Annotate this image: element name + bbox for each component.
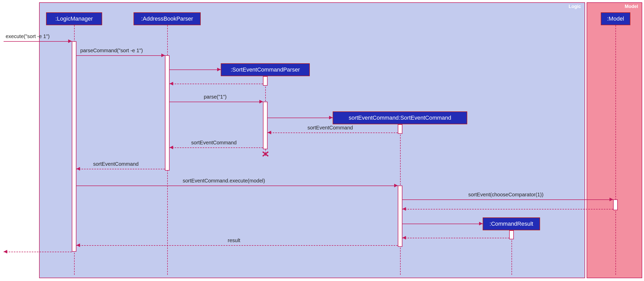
msg-label-m5: sortEventCommand — [191, 140, 237, 146]
msg-line-m8 — [402, 199, 613, 200]
msg-line-return-model — [402, 209, 613, 209]
msg-line-m2 — [76, 55, 165, 56]
participant-model: :Model — [601, 12, 630, 25]
arrow-m3 — [259, 100, 263, 103]
msg-label-m6: sortEventCommand — [93, 161, 139, 167]
participant-sort-event-command: sortEventCommand:SortEventCommand — [333, 111, 467, 124]
frame-label-logic: Logic — [565, 3, 585, 10]
arrow-final-return — [4, 250, 7, 253]
msg-label-m2: parseCommand("sort -e 1") — [80, 48, 143, 54]
arrow-create-cr — [479, 222, 483, 225]
arrow-m2 — [161, 54, 165, 57]
msg-line-create-sec — [268, 118, 333, 118]
arrow-m6 — [76, 167, 80, 171]
msg-line-m3 — [170, 102, 263, 102]
arrow-create-sec — [329, 116, 333, 119]
arrow-m5 — [170, 146, 173, 149]
arrow-m1 — [68, 39, 72, 43]
frame-logic: Logic — [39, 2, 585, 278]
msg-line-m9 — [76, 245, 398, 246]
arrow-m4 — [268, 131, 271, 134]
arrow-m8 — [610, 198, 613, 201]
frame-model: Model — [587, 2, 642, 278]
msg-line-m4 — [268, 133, 398, 133]
msg-line-create-cr — [402, 224, 483, 224]
arrow-return-model — [402, 207, 406, 211]
lifeline-model — [615, 25, 616, 275]
participant-address-book-parser: :AddressBookParser — [134, 12, 201, 25]
msg-line-m6 — [76, 169, 165, 169]
activation-sec-2 — [398, 186, 402, 247]
participant-command-result: :CommandResult — [483, 217, 540, 230]
activation-secp-1 — [263, 76, 268, 86]
participant-sort-event-command-parser: :SortEventCommandParser — [221, 63, 310, 76]
msg-label-m3: parse("1") — [204, 94, 227, 100]
arrow-return-secp-create — [170, 82, 173, 85]
activation-logic-manager — [72, 41, 76, 252]
arrow-m9 — [76, 243, 80, 247]
msg-label-m8: sortEvent(chooseComparator(1)) — [468, 192, 543, 198]
participant-logic-manager: :LogicManager — [46, 12, 102, 25]
msg-line-return-cr — [402, 238, 509, 238]
arrow-m7 — [394, 184, 398, 187]
msg-line-final-return — [4, 252, 72, 252]
arrow-create-secp — [217, 68, 221, 71]
msg-line-m5 — [170, 147, 263, 148]
activation-address-book-parser — [165, 55, 170, 171]
msg-line-m1 — [4, 41, 72, 42]
arrow-return-cr — [402, 236, 406, 240]
activation-command-result — [509, 230, 514, 239]
msg-line-m7 — [76, 186, 398, 186]
msg-label-m7: sortEventCommand.execute(model) — [183, 178, 265, 184]
destroy-secp-icon: ✕ — [261, 150, 270, 159]
activation-secp-2 — [263, 102, 268, 149]
msg-label-m9: result — [228, 238, 240, 243]
activation-model — [613, 199, 618, 210]
activation-sec-1 — [398, 124, 402, 134]
frame-label-model: Model — [621, 3, 642, 10]
msg-line-create-secp — [170, 69, 221, 70]
msg-label-m1: execute("sort -e 1") — [6, 33, 50, 39]
msg-line-return-secp-create — [170, 84, 263, 84]
msg-label-m4: sortEventCommand — [307, 125, 353, 131]
